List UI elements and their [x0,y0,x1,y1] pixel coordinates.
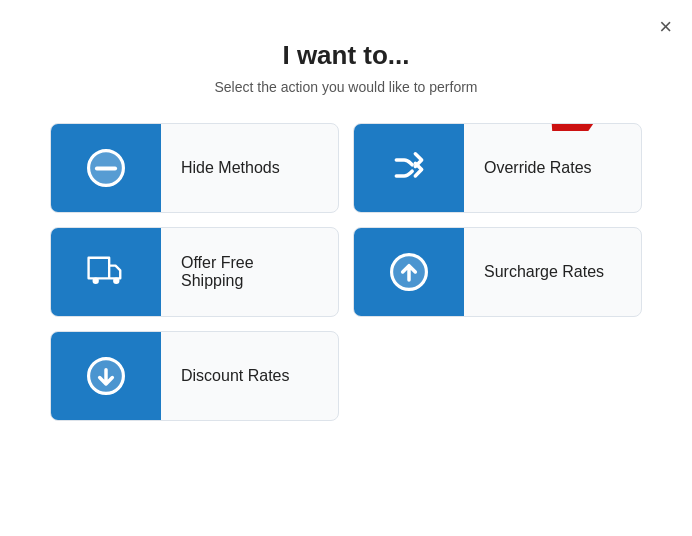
card-icon-hide-methods [51,124,161,212]
arrow-down-circle-icon [87,357,125,395]
svg-point-4 [93,278,99,284]
card-hide-methods[interactable]: Hide Methods [50,123,339,213]
minus-icon [87,149,125,187]
card-icon-offer-free-shipping [51,228,161,316]
svg-rect-2 [95,166,117,170]
card-label-surcharge-rates: Surcharge Rates [464,263,624,281]
truck-icon [87,253,125,291]
card-icon-surcharge-rates [354,228,464,316]
modal-subtitle: Select the action you would like to perf… [214,79,477,95]
card-offer-free-shipping[interactable]: Offer Free Shipping [50,227,339,317]
modal: × I want to... Select the action you wou… [0,0,692,536]
svg-point-5 [113,278,119,284]
card-icon-override-rates [354,124,464,212]
card-label-offer-free-shipping: Offer Free Shipping [161,254,338,290]
card-label-hide-methods: Hide Methods [161,159,300,177]
shuffle-icon [390,149,428,187]
modal-title: I want to... [282,40,409,71]
card-discount-rates[interactable]: Discount Rates [50,331,339,421]
card-label-discount-rates: Discount Rates [161,367,310,385]
red-arrow-svg [529,123,642,131]
arrow-annotation [529,123,642,135]
card-icon-discount-rates [51,332,161,420]
arrow-up-circle-icon [390,253,428,291]
card-label-override-rates: Override Rates [464,159,612,177]
close-button[interactable]: × [659,16,672,38]
action-grid: Hide Methods Override Rates [50,123,642,421]
card-override-rates[interactable]: Override Rates [353,123,642,213]
card-surcharge-rates[interactable]: Surcharge Rates [353,227,642,317]
